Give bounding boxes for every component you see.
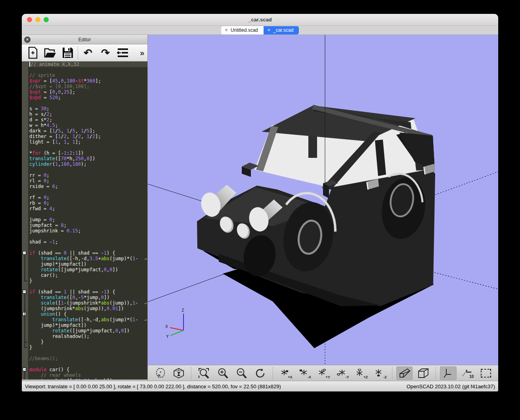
new-file-button[interactable] [24,45,42,60]
code-line[interactable]: translate([-h,-d,abs(jump)*(1-↵ [22,317,147,322]
code-line[interactable]: w = h*4.5; [22,123,147,128]
view-plus-y-button[interactable]: +Y [315,366,331,380]
fold-marker-icon[interactable]: – [23,290,26,293]
fold-marker-icon[interactable]: – [23,368,26,371]
code-line[interactable]: rl = 0; [22,178,147,184]
code-line[interactable] [22,100,147,106]
code-line[interactable]: shad = -1; [22,239,147,245]
code-line[interactable] [22,245,147,250]
tab-car-scad[interactable]: × _car.scad [264,26,299,35]
code-line[interactable]: jump)*jumpfact]) [22,322,147,328]
code-line[interactable]: rfwd = 4; [22,206,147,211]
code-line[interactable]: scale([1-(jumpshrink*abs(jump)),1-↵ [22,300,147,306]
code-line[interactable] [22,234,147,239]
view-minus-x-button[interactable]: -X [296,366,312,380]
title-bar[interactable]: _car.scad [22,14,498,26]
code-line[interactable]: car(); [22,272,147,278]
code-line[interactable]: //$vpt = [0,100,100]; [22,84,147,89]
fold-marker-icon[interactable]: – [23,251,26,255]
code-line[interactable] [22,145,147,150]
code-line[interactable]: translate([0,-5*jump,0]) [22,295,147,300]
code-line[interactable]: d = s*2; [22,117,147,123]
code-line[interactable]: cylinder(1,180,180); [22,161,147,167]
code-line[interactable]: translate([-h,-d,3.5+abs(jump)*(1-↵ [22,256,147,261]
code-line[interactable]: dark = [1/5, 1/5, 1/5]; [22,128,147,134]
code-line[interactable] [22,167,147,173]
view-minus-y-button[interactable]: -Y [334,366,350,380]
code-line[interactable]: rr = 0; [22,173,147,178]
code-line[interactable]: //beams(); [22,356,147,361]
code-line[interactable]: translate([s*0.84, h, h]) [22,378,147,380]
code-line[interactable]: rotate([jump*jumpfact,0,0]) [22,267,147,272]
code-line[interactable]: translate([70*h,250,0]) [22,156,147,161]
code-line[interactable]: h = s/2; [22,111,147,117]
code-line[interactable] [22,361,147,367]
code-line[interactable]: –if (shad == 1 || shad == -1) { [22,289,147,295]
close-window-button[interactable] [27,17,32,22]
zoom-all-button[interactable] [195,366,212,380]
show-edges-button[interactable] [478,366,494,380]
save-button[interactable] [59,45,76,60]
3d-viewport[interactable]: Z X Y [148,35,498,365]
view-plus-z-button[interactable]: +Z [352,366,369,380]
code-line[interactable]: // animate X,X,32 [22,61,147,67]
open-file-button[interactable] [42,45,59,60]
render-preview-button[interactable]: » [152,366,168,380]
orthographic-view-button[interactable] [415,366,432,380]
tab-close-icon[interactable]: × [268,28,270,33]
code-line[interactable]: rotate([jump*jumpfact,0,0]) [22,328,147,334]
code-line[interactable]: jumpshrink = 0.15; [22,228,147,234]
tab-untitled-scad[interactable]: × Untitled.scad [221,26,264,35]
code-line[interactable]: $vpt = [0,0,25]; [22,89,147,95]
code-line[interactable]: // sprite [22,73,147,78]
fold-gutter[interactable]: – [22,367,28,372]
view-minus-z-button[interactable]: -Z [371,366,388,380]
view-plus-x-button[interactable]: +X [277,366,294,380]
code-line[interactable]: jumpfact = 8; [22,222,147,228]
code-line[interactable]: – union() { [22,311,147,317]
code-line[interactable]: (jumpshrink*abs(jump)),0.01]) [22,306,147,311]
code-line[interactable]: $vpr = [45,0,180-$t*360]; [22,78,147,84]
zoom-in-button[interactable] [214,366,231,380]
code-line[interactable]: –module car() { [22,367,147,372]
code-line[interactable]: jump = 0; [22,217,147,222]
unindent-button[interactable] [114,45,132,60]
code-line[interactable] [22,211,147,217]
show-scale-markers-button[interactable]: 10 [459,366,476,380]
code-line[interactable]: $vpd = 520; [22,95,147,100]
undo-button[interactable]: ↶ [79,45,97,60]
code-line[interactable]: rf = 0; [22,195,147,200]
zoom-window-button[interactable] [44,17,49,22]
fold-gutter[interactable]: – [22,250,28,256]
code-line[interactable] [22,67,147,73]
code-line[interactable] [22,284,147,289]
code-line[interactable]: rside = 6; [22,184,147,189]
toolbar-overflow-icon[interactable]: » [140,48,145,58]
tab-close-icon[interactable]: × [225,28,228,33]
code-line[interactable] [22,350,147,356]
fold-gutter[interactable]: – [22,289,28,295]
zoom-out-button[interactable] [233,366,250,380]
fold-gutter[interactable]: – [22,311,28,317]
code-line[interactable]: } [22,278,147,284]
code-line[interactable]: } [22,339,147,345]
code-line[interactable]: –if (shad == 0 || shad == -1) { [22,250,147,256]
code-line[interactable] [22,189,147,195]
code-line[interactable]: realshadow(); [22,334,147,339]
code-line[interactable]: } [22,345,147,350]
code-editor[interactable]: // animate X,X,32// sprite$vpr = [45,0,1… [22,61,147,380]
code-line[interactable]: *for (h = [-1:2:1]) [22,150,147,156]
render-button[interactable] [171,366,187,380]
panel-close-icon[interactable]: × [24,36,31,43]
reset-view-button[interactable] [252,366,269,380]
code-line[interactable]: rb = 0; [22,200,147,206]
code-line[interactable]: jump)*jumpfact]) [22,261,147,267]
code-line[interactable]: s = 30; [22,106,147,111]
show-axes-button[interactable] [440,366,457,380]
code-line[interactable]: dither = [1/2, 1/2, 1/2]; [22,134,147,139]
code-line[interactable]: light = [1, 1, 1]; [22,139,147,145]
redo-button[interactable]: ↷ [97,45,114,60]
minimize-window-button[interactable] [35,17,40,22]
code-line[interactable]: // rear wheels [22,372,147,378]
perspective-view-button[interactable] [396,366,413,380]
